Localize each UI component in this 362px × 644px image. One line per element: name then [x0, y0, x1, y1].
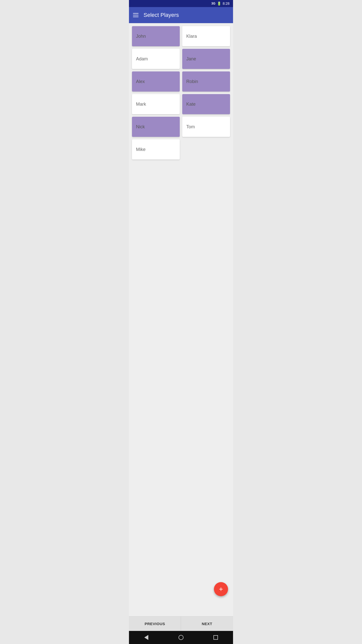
home-circle-icon — [178, 635, 184, 640]
player-card-klara[interactable]: Klara — [182, 26, 230, 46]
back-button[interactable] — [141, 632, 151, 642]
player-card-john[interactable]: John — [132, 26, 180, 46]
signal-indicator: 3G — [211, 2, 215, 5]
status-bar: 3G 🔋 8:28 — [129, 0, 233, 7]
nav-bar — [129, 631, 233, 644]
player-name: Mike — [136, 147, 146, 152]
recents-button[interactable] — [211, 632, 221, 642]
hamburger-line-1 — [133, 13, 139, 14]
bottom-buttons: PREVIOUS NEXT — [129, 616, 233, 631]
player-name: John — [136, 34, 146, 39]
back-triangle-icon — [144, 635, 148, 640]
player-grid: John Klara Adam Jane Alex Robin Mark Kat… — [132, 26, 230, 137]
player-card-mike[interactable]: Mike — [132, 139, 180, 159]
hamburger-line-3 — [133, 17, 139, 17]
clock: 8:28 — [223, 2, 230, 6]
player-card-kate[interactable]: Kate — [182, 94, 230, 114]
recents-square-icon — [213, 635, 218, 640]
player-name: Alex — [136, 79, 145, 84]
add-player-button[interactable]: + — [214, 582, 228, 596]
player-name: Mark — [136, 102, 146, 107]
home-button[interactable] — [176, 632, 186, 642]
previous-button[interactable]: PREVIOUS — [129, 617, 181, 631]
player-card-mark[interactable]: Mark — [132, 94, 180, 114]
app-bar: Select Players — [129, 7, 233, 23]
plus-icon: + — [219, 586, 223, 593]
next-button[interactable]: NEXT — [181, 617, 233, 631]
hamburger-line-2 — [133, 15, 139, 15]
player-name: Nick — [136, 124, 145, 130]
player-card-jane[interactable]: Jane — [182, 49, 230, 69]
player-name: Kate — [186, 102, 196, 107]
player-card-robin[interactable]: Robin — [182, 71, 230, 92]
player-name: Robin — [186, 79, 198, 84]
empty-space — [132, 159, 230, 613]
player-card-alex[interactable]: Alex — [132, 71, 180, 92]
page-title: Select Players — [144, 12, 179, 18]
player-card-nick[interactable]: Nick — [132, 117, 180, 137]
main-content: John Klara Adam Jane Alex Robin Mark Kat… — [129, 23, 233, 616]
battery-icon: 🔋 — [217, 2, 221, 6]
player-card-tom[interactable]: Tom — [182, 117, 230, 137]
player-name: Tom — [186, 124, 195, 130]
player-name: Jane — [186, 56, 196, 62]
empty-cell — [182, 139, 230, 159]
player-name: Klara — [186, 34, 197, 39]
menu-button[interactable] — [133, 13, 139, 17]
player-name: Adam — [136, 56, 148, 62]
player-card-adam[interactable]: Adam — [132, 49, 180, 69]
